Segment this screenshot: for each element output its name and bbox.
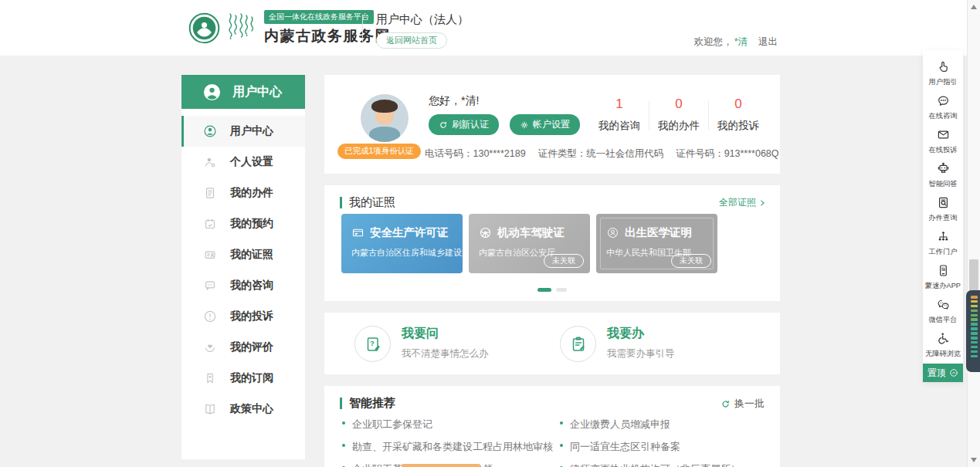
welcome-text: 欢迎您， <box>694 36 733 49</box>
account-settings-button[interactable]: 帐户设置 <box>510 114 580 135</box>
sidebar-item-label: 政策中心 <box>230 402 273 416</box>
logout-link[interactable]: 退出 <box>758 36 778 49</box>
page-title: 用户中心（法人） <box>376 12 469 27</box>
scroll-up-arrow-icon[interactable] <box>971 5 977 9</box>
carousel-dot[interactable] <box>556 288 567 292</box>
greeting-text: 您好，*清! <box>429 94 479 108</box>
toolbar-case-query[interactable]: 办件查询 <box>923 192 963 226</box>
user-circle-icon <box>203 83 221 101</box>
recommendation-link[interactable]: 勘查、开采矿藏和各类建设工程占用林地审核 <box>342 440 557 462</box>
accessibility-icon <box>936 331 951 346</box>
top-header: 全国一体化在线政务服务平台 内蒙古政务服务网 用户中心（法人） 返回网站首页 欢… <box>0 0 980 56</box>
header-divider <box>362 15 363 42</box>
back-home-button[interactable]: 返回网站首页 <box>376 32 447 49</box>
stat-my-cases[interactable]: 0 我的办件 <box>649 96 708 133</box>
floating-toolbar: 用户指引 在线咨询 在线投诉 智能问答 办件查询 工作门户 APP 蒙速办APP <box>923 50 963 382</box>
toolbar-work-portal[interactable]: 工作门户 <box>923 226 963 260</box>
toolbar-mengsuban-app[interactable]: APP 蒙速办APP <box>923 260 963 294</box>
refresh-batch-button[interactable]: 换一批 <box>721 397 765 411</box>
toolbar-label: 工作门户 <box>929 247 958 257</box>
sidebar-title: 用户中心 <box>232 84 282 100</box>
stat-label: 我的咨询 <box>590 119 649 133</box>
stat-my-complaints[interactable]: 0 我的投诉 <box>709 96 768 133</box>
view-all-certificates-link[interactable]: 全部证照 <box>719 196 766 209</box>
person-gear-icon <box>203 155 217 169</box>
sidebar-item-my-reviews[interactable]: 我的评价 <box>181 332 305 363</box>
stat-my-consultations[interactable]: 1 我的咨询 <box>590 96 649 133</box>
page-scrollbar[interactable] <box>967 0 980 467</box>
sidebar-item-personal-settings[interactable]: 个人设置 <box>181 147 305 178</box>
back-to-top-button[interactable]: 置顶 <box>923 364 963 382</box>
equalizer-widget <box>966 290 980 372</box>
sidebar-item-label: 我的证照 <box>230 248 273 262</box>
action-text: 我要问 我不清楚事情怎么办 <box>402 326 489 362</box>
certificate-card-safety-license[interactable]: 安全生产许可证 内蒙古自治区住房和城乡建设厅 <box>341 214 463 273</box>
action-i-want-to-handle[interactable]: 我要办 我需要办事引导 <box>560 326 675 362</box>
recommendations-panel: 智能推荐 换一批 企业职工参保登记 企业缴费人员增减申报 勘查、开采矿藏和各类建… <box>324 386 780 467</box>
action-i-want-to-ask[interactable]: ? 我要问 我不清楚事情怎么办 <box>354 326 489 362</box>
chevron-right-icon <box>758 199 766 207</box>
carousel-pagination <box>324 288 780 292</box>
svg-text:APP: APP <box>941 268 945 271</box>
certificates-header: 我的证照 <box>340 195 395 210</box>
site-name: 内蒙古政务服务网 <box>264 26 391 46</box>
svg-text:?: ? <box>369 339 374 347</box>
toolbar-label: 办件查询 <box>929 213 958 223</box>
toolbar-label: 用户指引 <box>929 77 958 87</box>
platform-badge: 全国一体化在线政务服务平台 <box>264 10 374 24</box>
action-title: 我要问 <box>402 326 489 342</box>
certificate-card-birth-certificate[interactable]: 出生医学证明 中华人民共和国卫生部 未关联 <box>596 214 717 273</box>
scroll-down-arrow-icon[interactable] <box>971 458 977 462</box>
recommendations-header: 智能推荐 <box>340 396 395 411</box>
recommendations-list: 企业职工参保登记 企业缴费人员增减申报 勘查、开采矿藏和各类建设工程占用林地审核… <box>342 418 775 467</box>
chat-bubble-icon <box>936 93 951 108</box>
book-icon <box>203 402 217 416</box>
sidebar-header: 用户中心 <box>181 75 305 109</box>
sidebar-item-my-cases[interactable]: 我的办件 <box>181 178 305 208</box>
recommendation-link[interactable]: 企业职工参保登记 <box>342 418 557 440</box>
sidebar-item-my-certificates[interactable]: 我的证照 <box>181 239 305 270</box>
stat-value: 1 <box>590 96 649 112</box>
id-card-icon <box>203 248 217 262</box>
section-accent-bar <box>340 197 342 208</box>
sidebar-item-user-center[interactable]: 用户中心 <box>181 116 305 147</box>
carousel-dot-active[interactable] <box>537 288 551 292</box>
chat-icon <box>203 279 217 293</box>
recommendations-title: 智能推荐 <box>349 396 395 411</box>
sidebar-item-my-complaints[interactable]: 我的投诉 <box>181 301 305 332</box>
profile-buttons: 刷新认证 帐户设置 <box>429 114 580 135</box>
bullet-dot <box>342 421 345 425</box>
toolbar-label: 蒙速办APP <box>925 281 961 291</box>
bullet-dot <box>560 421 563 425</box>
partial-element-strip <box>402 464 480 467</box>
clipboard-pen-icon <box>560 326 596 362</box>
toolbar-smart-qa[interactable]: 智能问答 <box>923 158 963 192</box>
welcome-area: 欢迎您， *清 退出 <box>694 36 778 49</box>
toolbar-online-consult[interactable]: 在线咨询 <box>923 90 963 124</box>
sidebar-item-label: 用户中心 <box>230 124 273 138</box>
recommendation-link[interactable]: 同一适宜生态区引种备案 <box>560 440 775 462</box>
certificate-cards: 安全生产许可证 内蒙古自治区住房和城乡建设厅 机动车驾驶证 内蒙古自治区公安厅 … <box>341 214 717 273</box>
envelope-icon <box>936 127 951 142</box>
recommendation-link[interactable]: 律师变更执业机构许可（非厅直属所） <box>560 462 775 467</box>
toolbar-user-guide[interactable]: 用户指引 <box>923 56 963 90</box>
stat-value: 0 <box>649 96 708 112</box>
sidebar-item-my-consultations[interactable]: 我的咨询 <box>181 270 305 301</box>
toolbar-wechat-platform[interactable]: 微信平台 <box>923 294 963 328</box>
refresh-auth-button[interactable]: 刷新认证 <box>429 114 499 135</box>
sidebar-item-my-appointments[interactable]: 我的预约 <box>181 208 305 239</box>
document-icon <box>203 186 217 200</box>
bookmark-icon <box>203 371 217 385</box>
sidebar-item-my-subscriptions[interactable]: 我的订阅 <box>181 363 305 394</box>
wechat-icon <box>936 297 951 312</box>
auth-status-badge: 已完成1项身份认证 <box>337 144 421 159</box>
toolbar-accessibility[interactable]: 无障碍浏览 <box>923 328 963 362</box>
mongolian-script-icon <box>225 12 259 46</box>
refresh-icon <box>439 120 448 130</box>
recommendation-link[interactable]: 企业缴费人员增减申报 <box>560 418 775 440</box>
sidebar-item-policy-center[interactable]: 政策中心 <box>181 394 305 425</box>
certificate-name: 机动车驾驶证 <box>479 225 590 240</box>
toolbar-online-complaint[interactable]: 在线投诉 <box>923 124 963 158</box>
certificate-card-drivers-license[interactable]: 机动车驾驶证 内蒙古自治区公安厅 未关联 <box>469 214 590 273</box>
profile-stats: 1 我的咨询 0 我的办件 0 我的投诉 <box>590 96 768 133</box>
